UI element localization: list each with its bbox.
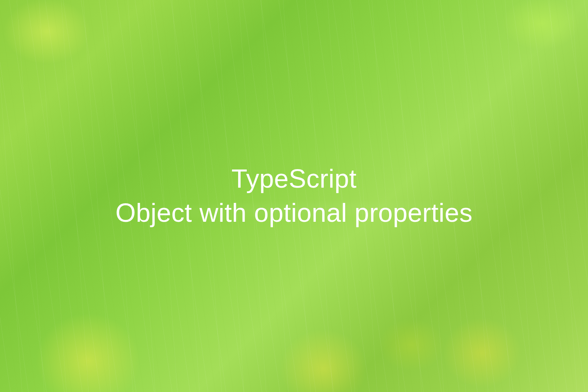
leaf-background: TypeScript Object with optional properti… <box>0 0 588 392</box>
title-line-1: TypeScript <box>115 162 473 196</box>
title-line-2: Object with optional properties <box>115 196 473 230</box>
title-text: TypeScript Object with optional properti… <box>115 162 473 230</box>
